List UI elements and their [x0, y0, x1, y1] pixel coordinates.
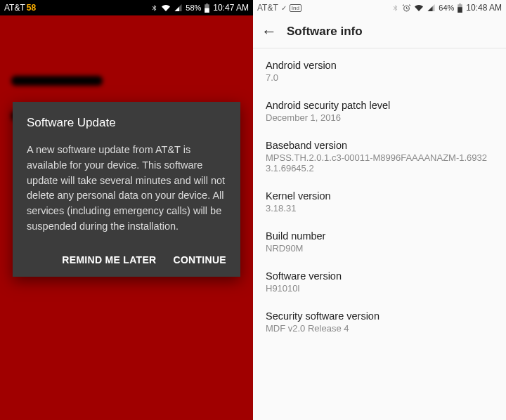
info-value: December 1, 2016 — [266, 112, 493, 123]
wifi-icon — [414, 4, 424, 12]
info-item-build-number[interactable]: Build number NRD90M — [253, 222, 506, 262]
software-update-dialog: Software Update A new software update fr… — [13, 102, 240, 277]
info-label: Security software version — [266, 310, 493, 322]
remind-later-button[interactable]: REMIND ME LATER — [62, 254, 156, 265]
signal-icon — [427, 4, 436, 12]
info-value: 3.18.31 — [266, 203, 493, 214]
info-label: Kernel version — [266, 190, 493, 202]
info-label: Software version — [266, 270, 493, 282]
page-title: Software info — [287, 25, 363, 39]
info-item-security-software-version[interactable]: Security software version MDF v2.0 Relea… — [253, 302, 506, 342]
indicator-icon: Ind — [290, 4, 301, 12]
info-value: MDF v2.0 Release 4 — [266, 323, 493, 334]
battery-icon — [204, 4, 210, 13]
info-value: NRD90M — [266, 243, 493, 254]
status-bar-right: AT&T ✓ Ind 64% — [253, 0, 506, 15]
info-item-software-version[interactable]: Software version H91010l — [253, 262, 506, 302]
wifi-icon — [161, 4, 171, 12]
bluetooth-icon — [391, 4, 399, 13]
dialog-body: A new software update from AT&T is avail… — [27, 143, 226, 235]
battery-percent: 58% — [186, 4, 201, 12]
info-label: Android security patch level — [266, 100, 493, 111]
right-screenshot: AT&T ✓ Ind 64% — [253, 0, 506, 420]
info-value: 7.0 — [266, 72, 493, 83]
info-value: H91010l — [266, 283, 493, 294]
info-item-android-version[interactable]: Android version 7.0 — [253, 51, 506, 91]
info-item-baseband[interactable]: Baseband version MPSS.TH.2.0.1.c3-00011-… — [253, 131, 506, 182]
info-label: Build number — [266, 230, 493, 242]
battery-percent: 64% — [439, 4, 454, 12]
clock-time: 10:48 AM — [466, 3, 502, 13]
app-bar: ← Software info — [253, 15, 506, 48]
left-screenshot: AT&T58 58% 10:47 AM — [0, 0, 253, 420]
continue-button[interactable]: CONTINUE — [173, 254, 226, 265]
carrier-label: AT&T58 — [4, 3, 36, 13]
info-label: Android version — [266, 60, 493, 71]
signal-icon — [174, 4, 183, 12]
clock-time: 10:47 AM — [213, 3, 249, 13]
bluetooth-icon — [150, 4, 158, 13]
carrier-label: AT&T — [257, 3, 278, 13]
check-icon: ✓ — [281, 4, 287, 12]
info-item-kernel[interactable]: Kernel version 3.18.31 — [253, 182, 506, 222]
battery-icon — [457, 4, 463, 13]
software-info-list: Android version 7.0 Android security pat… — [253, 48, 506, 345]
dialog-title: Software Update — [27, 116, 226, 130]
info-label: Baseband version — [266, 140, 493, 151]
status-bar-left: AT&T58 58% 10:47 AM — [0, 0, 253, 15]
back-icon[interactable]: ← — [261, 24, 277, 39]
alarm-icon — [402, 4, 411, 13]
info-item-security-patch[interactable]: Android security patch level December 1,… — [253, 91, 506, 131]
info-value: MPSS.TH.2.0.1.c3-00011-M8996FAAAANAZM-1.… — [266, 152, 493, 173]
